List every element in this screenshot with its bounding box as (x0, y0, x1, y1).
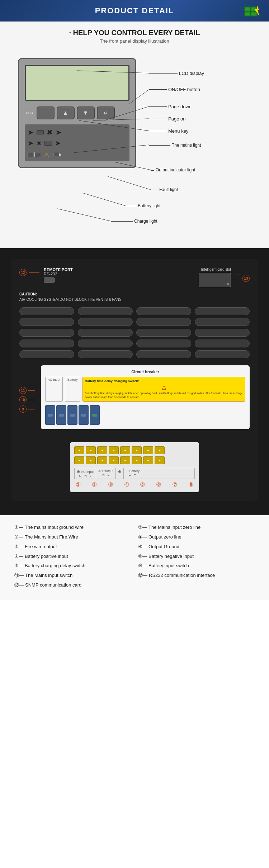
annotation-13: 13 (242, 275, 250, 282)
terminal-1-1: + (74, 446, 84, 454)
vent-12 (195, 329, 250, 337)
terminal-1-4: + (109, 446, 119, 454)
vents-grid (19, 307, 250, 358)
section1-subtitle: · HELP YOU CONTROL EVERY DETAIL (11, 29, 258, 37)
vent-15 (136, 340, 191, 347)
legend-item-4: ④— Output zero line (138, 533, 255, 541)
breaker-3 (67, 405, 77, 425)
vent-17 (19, 350, 74, 358)
front-panel-section: · HELP YOU CONTROL EVERY DETAIL The fron… (0, 22, 269, 248)
terminal-1-5: + (120, 446, 130, 454)
terminal-row-2: + + + + + + + + (74, 456, 195, 464)
vent-row-3 (19, 329, 250, 337)
terminal-2-5: + (120, 456, 130, 464)
lcd-screen-area (25, 65, 129, 101)
onoff-button-label: ON/OFF button (149, 87, 200, 92)
legend-grid: ①— The mains input ground wire ②— The Ma… (14, 524, 255, 589)
vent-18 (78, 350, 133, 358)
legend-item-6: ⑥— Output Ground (138, 543, 255, 551)
vent-13 (19, 340, 74, 347)
legend-item-3: ③— The Mains input Fire Wire (14, 533, 131, 541)
legend-item-7: ⑦— Battery positive input (14, 553, 131, 560)
vent-row-5 (19, 350, 250, 358)
svg-rect-3 (245, 12, 250, 16)
down-button[interactable]: ▼ (77, 106, 95, 119)
vent-5 (19, 318, 74, 326)
caution-text: CAUTION: AIR COOLING SYSTEM,DO NOT BLOCK… (19, 291, 250, 302)
charge-light-label: Charge light (111, 219, 157, 224)
page-on-label: Page on (149, 116, 185, 122)
vent-row-1 (19, 307, 250, 315)
vent-row-4 (19, 340, 250, 347)
menu-key-label: Menu key (149, 128, 188, 134)
mains-light-label: The mains light (149, 143, 201, 148)
indicators-area: ➤ ✖ ➤ ➤ ✖ ➤ (25, 124, 129, 161)
vent-3 (136, 307, 191, 315)
svg-line-14 (82, 193, 126, 206)
intelligent-card-label: Intelligent card slot (199, 267, 231, 271)
terminal-2-4: + (109, 456, 119, 464)
vent-11 (136, 329, 191, 337)
annotation-11: 11 (19, 387, 27, 394)
breaker-annotations: 11 10 9 (19, 365, 35, 413)
page-down-label: Page down (149, 104, 192, 109)
vent-20 (195, 350, 250, 358)
terminal-2-2: + (86, 456, 96, 464)
enter-button[interactable]: ↵ (97, 106, 115, 119)
terminal-2-1: + (74, 456, 84, 464)
esc-button[interactable] (37, 106, 55, 119)
breaker-4 (79, 405, 89, 425)
terminal-2-7: + (143, 456, 153, 464)
card-slot-icon (199, 273, 231, 287)
terminal-num-7: ⑦ (172, 481, 177, 488)
svg-line-13 (108, 176, 151, 190)
terminal-labels: ⊕ AC Input G N L AC Output N L (74, 468, 195, 479)
breaker-5 (90, 405, 100, 425)
output-indicator-label: Output indicator light (151, 167, 195, 172)
legend-item-5: ⑤— Fire wire output (14, 543, 131, 551)
legend-item-8: ⑧— Battery negative input (138, 553, 255, 560)
legend-item-13: ⑬— SNMP communication card (14, 582, 131, 589)
lcd-display-label: LCD display (149, 71, 204, 76)
legend-item-1: ①— The mains input ground wire (14, 524, 131, 531)
vent-6 (78, 318, 133, 326)
svg-line-15 (57, 209, 111, 221)
terminal-num-6: ⑥ (156, 481, 161, 488)
svg-rect-4 (251, 12, 257, 16)
numbered-terminals: ① ② ③ ④ ⑤ ⑥ ⑦ ⑧ (74, 481, 195, 488)
solar-panel-icon (244, 4, 262, 18)
legend-section: ①— The mains input ground wire ②— The Ma… (0, 515, 269, 600)
circuit-breaker-title: Circuit breaker (45, 370, 245, 374)
vent-1 (19, 307, 74, 315)
rs232-label: RS-232 (44, 272, 73, 276)
circuit-breaker-box: Circuit breaker AC Input Battery Battery… (41, 365, 250, 429)
terminal-num-8: ⑧ (188, 481, 193, 488)
vent-16 (195, 340, 250, 347)
terminal-num-5: ⑤ (140, 481, 145, 488)
card-slot-dot (227, 283, 229, 285)
cb-warning-text: Start battery time delay charging switch… (85, 392, 242, 398)
terminal-1-6: + (132, 446, 142, 454)
annotation-9: 9 (19, 405, 27, 413)
header: PRODUCT DETAIL (0, 0, 269, 22)
terminal-num-2: ② (92, 481, 97, 488)
terminal-rows: + + + + + + + + + + + + + (74, 446, 195, 464)
vent-2 (78, 307, 133, 315)
terminal-1-7: + (143, 446, 153, 454)
vent-14 (78, 340, 133, 347)
vent-9 (19, 329, 74, 337)
terminal-1-2: + (86, 446, 96, 454)
annotation-12-area: 12 (19, 269, 39, 276)
terminal-2-8: + (155, 456, 165, 464)
terminal-num-3: ③ (108, 481, 113, 488)
terminal-num-1: ① (76, 481, 81, 488)
vent-8 (195, 318, 250, 326)
terminal-2-6: + (132, 456, 142, 464)
battery-light-label: Battery light (126, 203, 160, 208)
svg-rect-1 (245, 7, 250, 11)
intelligent-card-area: Intelligent card slot 13 (199, 267, 250, 287)
ac-output-label: AC Output (98, 469, 113, 473)
up-button[interactable]: ▲ (57, 106, 75, 119)
vent-19 (136, 350, 191, 358)
vent-row-2 (19, 318, 250, 326)
